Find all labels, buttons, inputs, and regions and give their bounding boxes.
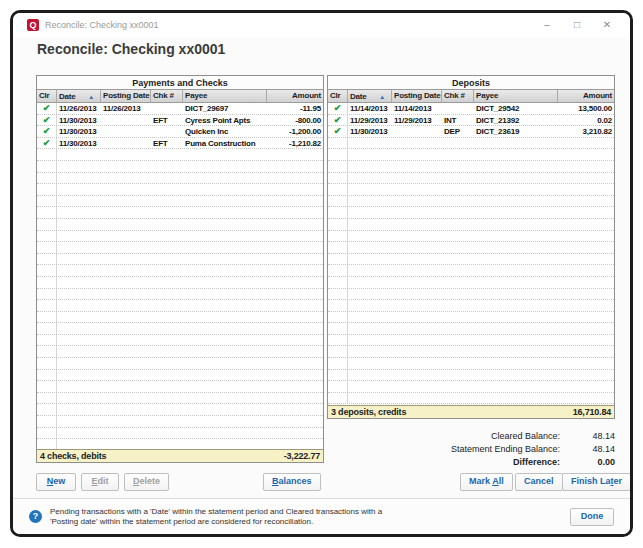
- column-header-amount[interactable]: Amount: [558, 90, 614, 102]
- chk-cell: [442, 184, 474, 195]
- empty-row: [37, 231, 323, 243]
- chk-cell: [151, 289, 183, 300]
- empty-row: [37, 335, 323, 347]
- empty-row: [37, 370, 323, 382]
- cleared-check-icon: ✔: [328, 126, 348, 137]
- done-button[interactable]: Done: [570, 508, 614, 526]
- payee-cell: Quicken Inc: [183, 126, 267, 137]
- column-header-amount[interactable]: Amount: [267, 90, 323, 102]
- clr-cell: [328, 196, 348, 207]
- statement-ending-balance-label: Statement Ending Balance:: [451, 443, 560, 456]
- posting-date-cell: 11/29/2013: [392, 115, 442, 126]
- date-cell: [348, 335, 392, 346]
- column-header-payee[interactable]: Payee: [183, 90, 267, 102]
- empty-row: [37, 439, 323, 449]
- column-header-posting-date[interactable]: Posting Date: [101, 90, 151, 102]
- column-header-chk[interactable]: Chk #: [442, 90, 474, 102]
- date-cell: [57, 393, 101, 404]
- posting-date-cell: 11/14/2013: [392, 103, 442, 114]
- column-header-payee[interactable]: Payee: [474, 90, 558, 102]
- empty-row: [37, 207, 323, 219]
- minimize-icon[interactable]: –: [532, 13, 562, 37]
- amount-cell: [558, 173, 614, 184]
- date-cell: [57, 312, 101, 323]
- cleared-check-icon: ✔: [37, 138, 57, 149]
- footer-help-text: Pending transactions with a 'Date' withi…: [50, 507, 562, 527]
- chk-cell: [151, 196, 183, 207]
- cleared-balance-row: Cleared Balance: 48.14: [327, 430, 615, 443]
- payee-cell: [183, 358, 267, 369]
- transaction-row[interactable]: ✔11/29/201311/29/2013INTDICT_213920.02: [328, 115, 614, 127]
- empty-row: [37, 346, 323, 358]
- label-part: er: [614, 476, 623, 486]
- chk-cell: [151, 277, 183, 288]
- date-cell: [348, 173, 392, 184]
- date-cell: [57, 370, 101, 381]
- new-button[interactable]: New: [36, 473, 76, 491]
- clr-cell: [37, 149, 57, 160]
- amount-cell: [558, 289, 614, 300]
- posting-date-cell: [392, 173, 442, 184]
- posting-date-cell: [392, 207, 442, 218]
- statement-ending-balance-row: Statement Ending Balance: 48.14: [327, 443, 615, 456]
- page-title: Reconcile: Checking xx0001: [37, 41, 225, 57]
- amount-cell: [267, 428, 323, 439]
- transaction-row[interactable]: ✔11/30/2013EFTCyress Point Apts-800.00: [37, 115, 323, 127]
- date-cell: [57, 358, 101, 369]
- column-header-date[interactable]: Date ▲: [348, 90, 392, 102]
- balances-button[interactable]: Balances: [263, 473, 321, 491]
- amount-cell: [267, 277, 323, 288]
- transaction-row[interactable]: ✔11/30/2013EFTPuma Construction-1,210.82: [37, 138, 323, 150]
- empty-row: [37, 184, 323, 196]
- posting-date-cell: [101, 335, 151, 346]
- cancel-button[interactable]: Cancel: [515, 473, 563, 491]
- amount-cell: [267, 196, 323, 207]
- chk-cell: [442, 196, 474, 207]
- payments-table-body: ✔11/26/201311/26/2013DICT_29697-11.95✔11…: [37, 103, 323, 449]
- help-icon[interactable]: ?: [29, 510, 42, 523]
- transaction-row[interactable]: ✔11/14/201311/14/2013DICT_2954213,500.00: [328, 103, 614, 115]
- chk-cell: [442, 207, 474, 218]
- deposits-summary-label: 3 deposits, credits: [331, 406, 406, 418]
- clr-cell: [37, 358, 57, 369]
- column-header-date[interactable]: Date ▲: [57, 90, 101, 102]
- column-header-chk[interactable]: Chk #: [151, 90, 183, 102]
- date-cell: [348, 138, 392, 149]
- transaction-row[interactable]: ✔11/30/2013Quicken Inc-1,200.00: [37, 126, 323, 138]
- chk-cell: [151, 312, 183, 323]
- amount-cell: [267, 370, 323, 381]
- payee-cell: [183, 312, 267, 323]
- column-header-clr[interactable]: Clr: [328, 90, 348, 102]
- clr-cell: [37, 428, 57, 439]
- maximize-icon[interactable]: □: [562, 13, 592, 37]
- close-icon[interactable]: ✕: [592, 13, 622, 37]
- amount-cell: [267, 335, 323, 346]
- label-part: alances: [279, 476, 312, 486]
- posting-date-cell: [101, 207, 151, 218]
- empty-row: [328, 196, 614, 208]
- chk-cell: [442, 393, 474, 404]
- mark-all-button[interactable]: Mark All: [460, 473, 513, 491]
- amount-cell: [558, 231, 614, 242]
- delete-button[interactable]: Delete: [124, 473, 169, 491]
- finish-later-button[interactable]: Finish Later: [562, 473, 631, 491]
- payee-cell: [183, 381, 267, 392]
- posting-date-cell: [101, 196, 151, 207]
- payee-cell: [474, 346, 558, 357]
- column-header-clr[interactable]: Clr: [37, 90, 57, 102]
- empty-row: [37, 219, 323, 231]
- transaction-row[interactable]: ✔11/26/201311/26/2013DICT_29697-11.95: [37, 103, 323, 115]
- deposits-panel-title: Deposits: [328, 76, 614, 90]
- date-cell: [57, 346, 101, 357]
- clr-cell: [328, 300, 348, 311]
- date-cell: [348, 254, 392, 265]
- empty-row: [37, 312, 323, 324]
- date-cell: [57, 277, 101, 288]
- clr-cell: [328, 277, 348, 288]
- payee-cell: [183, 300, 267, 311]
- chk-cell: [151, 173, 183, 184]
- column-header-posting-date[interactable]: Posting Date: [392, 90, 442, 102]
- edit-button[interactable]: Edit: [81, 473, 119, 491]
- posting-date-cell: [101, 381, 151, 392]
- transaction-row[interactable]: ✔11/30/2013DEPDICT_236193,210.82: [328, 126, 614, 138]
